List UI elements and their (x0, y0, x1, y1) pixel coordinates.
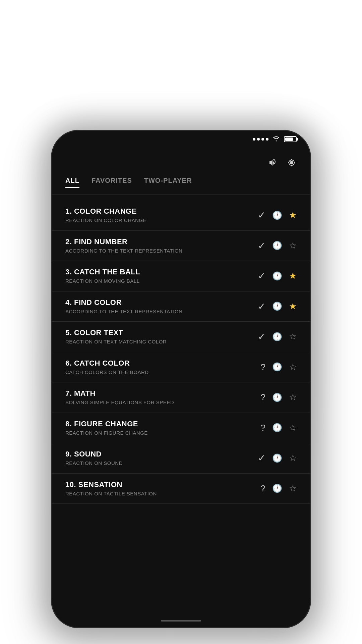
exercise-info: 3. CATCH THE BALL REACTION ON MOVING BAL… (65, 268, 258, 284)
status-check-icon: ✓ (258, 240, 265, 251)
exercise-name: 1. COLOR CHANGE (65, 207, 258, 216)
star-icon[interactable]: ★ (289, 210, 297, 220)
history-icon[interactable]: 🕐 (272, 362, 282, 372)
status-question-icon: ? (261, 392, 265, 402)
exercise-item-5[interactable]: 5. COLOR TEXT REACTION ON TEXT MATCHING … (52, 322, 310, 352)
exercise-info: 1. COLOR CHANGE REACTION ON COLOR CHANGE (65, 207, 258, 224)
app-content: ALL FAVORITES TWO-PLAYER 1. COLOR CHANGE… (52, 148, 310, 627)
star-icon[interactable]: ☆ (289, 392, 297, 402)
exercise-info: 7. MATH SOLVING SIMPLE EQUATIONS FOR SPE… (65, 389, 261, 406)
status-check-icon: ✓ (258, 210, 265, 221)
exercise-desc: REACTION ON TACTILE SENSATION (65, 490, 261, 497)
exercise-item-2[interactable]: 2. FIND NUMBER ACCORDING TO THE TEXT REP… (52, 231, 310, 261)
exercise-info: 10. SENSATION REACTION ON TACTILE SENSAT… (65, 480, 261, 497)
exercise-desc: REACTION ON TEXT MATCHING COLOR (65, 338, 258, 345)
exercise-info: 8. FIGURE CHANGE REACTION ON FIGURE CHAN… (65, 420, 261, 436)
exercise-actions: ? 🕐 ☆ (261, 392, 297, 402)
header-icons (268, 158, 297, 170)
exercise-item-4[interactable]: 4. FIND COLOR ACCORDING TO THE TEXT REPR… (52, 291, 310, 322)
exercise-item-10[interactable]: 10. SENSATION REACTION ON TACTILE SENSAT… (52, 474, 310, 504)
exercise-item-9[interactable]: 9. SOUND REACTION ON SOUND ✓ 🕐 ☆ (52, 443, 310, 474)
exercise-name: 10. SENSATION (65, 480, 261, 489)
home-bar (161, 620, 201, 622)
exercise-actions: ? 🕐 ☆ (261, 423, 297, 433)
exercise-actions: ✓ 🕐 ★ (258, 270, 297, 281)
exercise-name: 2. FIND NUMBER (65, 237, 258, 246)
star-icon[interactable]: ☆ (289, 423, 297, 433)
exercise-desc: REACTION ON MOVING BALL (65, 278, 258, 284)
history-icon[interactable]: 🕐 (272, 271, 282, 281)
exercise-info: 9. SOUND REACTION ON SOUND (65, 450, 258, 467)
exercise-desc: CATCH COLORS ON THE BOARD (65, 369, 261, 376)
exercise-desc: REACTION ON SOUND (65, 460, 258, 467)
star-icon[interactable]: ☆ (289, 240, 297, 251)
tab-all[interactable]: ALL (65, 177, 79, 188)
history-icon[interactable]: 🕐 (272, 211, 282, 220)
status-check-icon: ✓ (258, 270, 265, 281)
phone-frame: ALL FAVORITES TWO-PLAYER 1. COLOR CHANGE… (52, 131, 310, 627)
exercise-actions: ✓ 🕐 ☆ (258, 452, 297, 464)
exercise-info: 5. COLOR TEXT REACTION ON TEXT MATCHING … (65, 328, 258, 345)
wifi-icon (273, 136, 280, 143)
tab-two-player[interactable]: TWO-PLAYER (144, 177, 192, 188)
exercise-item-1[interactable]: 1. COLOR CHANGE REACTION ON COLOR CHANGE… (52, 200, 310, 231)
star-icon[interactable]: ☆ (289, 362, 297, 372)
exercise-actions: ✓ 🕐 ★ (258, 210, 297, 221)
history-icon[interactable]: 🕐 (272, 484, 282, 493)
status-check-icon: ✓ (258, 331, 265, 342)
history-icon[interactable]: 🕐 (272, 393, 282, 402)
history-icon[interactable]: 🕐 (272, 241, 282, 250)
exercise-desc: REACTION ON FIGURE CHANGE (65, 430, 261, 436)
exercise-actions: ? 🕐 ☆ (261, 483, 297, 494)
exercise-desc: ACCORDING TO THE TEXT REPRESENTATION (65, 248, 258, 254)
exercise-name: 3. CATCH THE BALL (65, 268, 258, 276)
star-icon[interactable]: ☆ (289, 453, 297, 463)
home-indicator (52, 614, 310, 627)
exercise-desc: ACCORDING TO THE TEXT REPRESENTATION (65, 308, 258, 315)
exercise-desc: REACTION ON COLOR CHANGE (65, 217, 258, 224)
status-question-icon: ? (261, 483, 265, 494)
exercise-item-8[interactable]: 8. FIGURE CHANGE REACTION ON FIGURE CHAN… (52, 413, 310, 443)
star-icon[interactable]: ★ (289, 301, 297, 312)
exercise-list: 1. COLOR CHANGE REACTION ON COLOR CHANGE… (52, 195, 310, 614)
status-check-icon: ✓ (258, 452, 265, 464)
exercise-name: 8. FIGURE CHANGE (65, 420, 261, 428)
settings-icon[interactable] (287, 158, 297, 170)
exercise-actions: ? 🕐 ☆ (261, 362, 297, 372)
star-icon[interactable]: ☆ (289, 331, 297, 342)
exercise-item-3[interactable]: 3. CATCH THE BALL REACTION ON MOVING BAL… (52, 261, 310, 291)
app-header (52, 148, 310, 177)
history-icon[interactable]: 🕐 (272, 453, 282, 463)
exercise-desc: SOLVING SIMPLE EQUATIONS FOR SPEED (65, 399, 261, 406)
history-icon[interactable]: 🕐 (272, 302, 282, 311)
exercise-item-6[interactable]: 6. CATCH COLOR CATCH COLORS ON THE BOARD… (52, 352, 310, 383)
status-bar (52, 131, 310, 148)
exercise-actions: ✓ 🕐 ★ (258, 301, 297, 312)
exercise-info: 6. CATCH COLOR CATCH COLORS ON THE BOARD (65, 359, 261, 376)
tabs: ALL FAVORITES TWO-PLAYER (52, 177, 310, 195)
status-check-icon: ✓ (258, 301, 265, 312)
exercise-actions: ✓ 🕐 ☆ (258, 240, 297, 251)
exercise-info: 4. FIND COLOR ACCORDING TO THE TEXT REPR… (65, 298, 258, 315)
exercise-item-7[interactable]: 7. MATH SOLVING SIMPLE EQUATIONS FOR SPE… (52, 382, 310, 413)
status-question-icon: ? (261, 423, 265, 433)
exercise-name: 9. SOUND (65, 450, 258, 459)
battery-icon (284, 136, 297, 142)
star-icon[interactable]: ☆ (289, 483, 297, 494)
sound-icon[interactable] (268, 158, 279, 170)
star-icon[interactable]: ★ (289, 271, 297, 281)
exercise-actions: ✓ 🕐 ☆ (258, 331, 297, 342)
exercise-name: 7. MATH (65, 389, 261, 398)
exercise-info: 2. FIND NUMBER ACCORDING TO THE TEXT REP… (65, 237, 258, 254)
signal-dots (253, 138, 268, 141)
history-icon[interactable]: 🕐 (272, 423, 282, 432)
exercise-name: 4. FIND COLOR (65, 298, 258, 307)
history-icon[interactable]: 🕐 (272, 332, 282, 341)
status-question-icon: ? (261, 362, 265, 372)
exercise-name: 6. CATCH COLOR (65, 359, 261, 368)
exercise-name: 5. COLOR TEXT (65, 328, 258, 337)
tab-favorites[interactable]: FAVORITES (92, 177, 132, 188)
